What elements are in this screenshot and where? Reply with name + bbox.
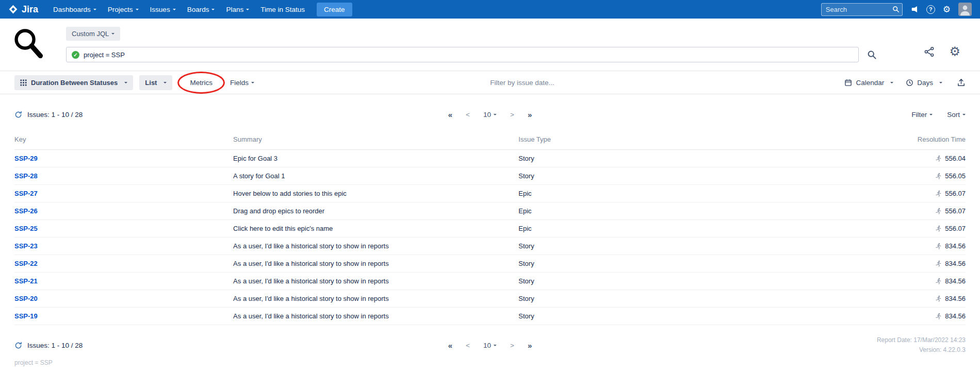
issue-type: Story — [518, 238, 775, 255]
table-row: SSP-21 As a user, I'd like a historical … — [14, 273, 966, 290]
metrics-tab[interactable]: Metrics — [190, 79, 213, 87]
chevron-down-icon — [124, 82, 127, 83]
issue-key-link[interactable]: SSP-27 — [14, 190, 38, 197]
announcement-icon[interactable] — [910, 5, 919, 13]
issues-count: Issues: 1 - 10 / 28 — [14, 111, 83, 118]
pagination-first-button[interactable]: « — [448, 110, 452, 119]
column-header-key[interactable]: Key — [14, 132, 233, 150]
nav-item-dashboards[interactable]: Dashboards — [47, 6, 102, 13]
issue-summary: As a user, I'd like a historical story t… — [233, 290, 518, 308]
create-button[interactable]: Create — [317, 3, 352, 16]
refresh-icon[interactable] — [14, 342, 22, 349]
nav-item-label: Plans — [226, 6, 243, 13]
column-header-issue-type[interactable]: Issue Type — [518, 132, 775, 150]
pagination-last-button[interactable]: » — [528, 341, 532, 350]
resolution-runner-icon — [935, 173, 942, 179]
search-input[interactable] — [821, 3, 903, 16]
time-unit-dropdown[interactable]: Days — [906, 79, 942, 87]
bar-right: Filter Sort — [911, 111, 966, 118]
issue-summary: As a user, I'd like a historical story t… — [233, 308, 518, 325]
issue-key-link[interactable]: SSP-23 — [14, 242, 38, 250]
resolution-runner-icon — [935, 313, 942, 319]
list-label: List — [145, 79, 157, 87]
issues-table-body: SSP-29 Epic for Goal 3 Story 556.04 SSP-… — [14, 150, 966, 325]
resolution-time-value: 834.56 — [945, 242, 966, 250]
filter-dropdown[interactable]: Filter — [911, 111, 933, 118]
page-size-dropdown[interactable]: 10 — [483, 111, 497, 118]
jql-valid-check-icon: ✓ — [72, 51, 79, 59]
issue-type: Epic — [518, 185, 775, 202]
issue-key-link[interactable]: SSP-29 — [14, 155, 38, 162]
settings-gear-icon[interactable]: ⚙ — [949, 45, 960, 58]
resolution-runner-icon — [935, 260, 942, 267]
resolution-runner-icon — [935, 155, 942, 162]
refresh-icon[interactable] — [14, 111, 22, 118]
help-icon[interactable]: ? — [926, 5, 935, 14]
share-icon[interactable] — [924, 46, 935, 57]
nav-item-time-in-status[interactable]: Time in Status — [255, 6, 311, 13]
table-row: SSP-23 As a user, I'd like a historical … — [14, 238, 966, 255]
table-row: SSP-19 As a user, I'd like a historical … — [14, 308, 966, 325]
issue-summary: Hover below to add stories to this epic — [233, 185, 518, 202]
issue-type: Epic — [518, 202, 775, 220]
jql-echo: project = SSP — [14, 359, 966, 366]
page-size-value: 10 — [483, 111, 491, 118]
chevron-down-icon — [939, 82, 942, 83]
sort-dropdown[interactable]: Sort — [947, 111, 966, 118]
jira-mark-icon — [8, 5, 18, 14]
jql-input[interactable]: ✓ project = SSP — [66, 47, 859, 62]
issue-key-link[interactable]: SSP-26 — [14, 207, 38, 215]
grid-icon — [20, 79, 27, 86]
pagination-prev-button[interactable]: < — [466, 342, 470, 349]
issue-key-link[interactable]: SSP-19 — [14, 312, 38, 320]
custom-jql-dropdown[interactable]: Custom JQL — [66, 27, 120, 41]
issue-key-link[interactable]: SSP-25 — [14, 225, 38, 232]
page-size-dropdown[interactable]: 10 — [483, 342, 497, 349]
issue-summary: Click here to edit this epic's name — [233, 220, 518, 238]
issue-key-link[interactable]: SSP-21 — [14, 277, 38, 285]
nav-item-plans[interactable]: Plans — [220, 6, 255, 13]
avatar[interactable] — [958, 3, 972, 16]
nav-item-projects[interactable]: Projects — [102, 6, 144, 13]
issues-bar-top: Issues: 1 - 10 / 28 « < 10 > » Filter So… — [14, 107, 966, 122]
issue-type: Story — [518, 273, 775, 290]
issue-key-link[interactable]: SSP-20 — [14, 295, 38, 302]
issue-key-link[interactable]: SSP-22 — [14, 260, 38, 267]
jira-logo[interactable]: Jira — [8, 4, 38, 15]
issue-summary: A story for Goal 1 — [233, 167, 518, 185]
pagination-first-button[interactable]: « — [448, 341, 452, 350]
column-header-summary[interactable]: Summary — [233, 132, 518, 150]
pagination-bottom: « < 10 > » — [448, 341, 532, 350]
view-selector-dropdown[interactable]: Duration Between Statuses — [14, 75, 133, 90]
issue-type: Story — [518, 167, 775, 185]
issue-date-filter-input[interactable] — [490, 79, 609, 87]
list-view-dropdown[interactable]: List — [139, 75, 172, 90]
issues-bar-bottom: Issues: 1 - 10 / 28 « < 10 > » Report Da… — [14, 337, 966, 353]
issue-key-link[interactable]: SSP-28 — [14, 172, 38, 180]
pagination-last-button[interactable]: » — [528, 110, 532, 119]
report-meta: Report Date: 17/Mar/2022 14:23 Version: … — [877, 335, 966, 354]
jql-query-text: project = SSP — [84, 51, 125, 59]
page-size-value: 10 — [483, 342, 491, 349]
nav-item-boards[interactable]: Boards — [182, 6, 221, 13]
chevron-down-icon — [136, 9, 139, 10]
pagination-next-button[interactable]: > — [510, 111, 514, 118]
issue-summary: As a user, I'd like a historical story t… — [233, 238, 518, 255]
pagination-prev-button[interactable]: < — [466, 111, 470, 118]
top-navigation-bar: Jira DashboardsProjectsIssuesBoardsPlans… — [0, 0, 980, 19]
query-header-section: Custom JQL ✓ project = SSP ⚙ — [0, 19, 980, 71]
export-icon[interactable] — [957, 78, 966, 87]
issue-type: Story — [518, 255, 775, 273]
issue-summary: Drag and drop epics to reorder — [233, 202, 518, 220]
resolution-time-value: 556.07 — [945, 190, 966, 197]
pagination-next-button[interactable]: > — [510, 342, 514, 349]
column-header-resolution-time[interactable]: Resolution Time — [775, 132, 966, 150]
fields-dropdown[interactable]: Fields — [230, 79, 254, 87]
nav-item-issues[interactable]: Issues — [144, 6, 182, 13]
calendar-dropdown[interactable]: Calendar — [844, 79, 893, 87]
gear-icon[interactable]: ⚙ — [943, 5, 951, 14]
jql-search-button[interactable] — [867, 50, 877, 60]
report-version: Version: 4.22.0.3 — [919, 345, 966, 355]
view-selector-label: Duration Between Statuses — [31, 79, 118, 87]
clock-icon — [906, 79, 913, 87]
